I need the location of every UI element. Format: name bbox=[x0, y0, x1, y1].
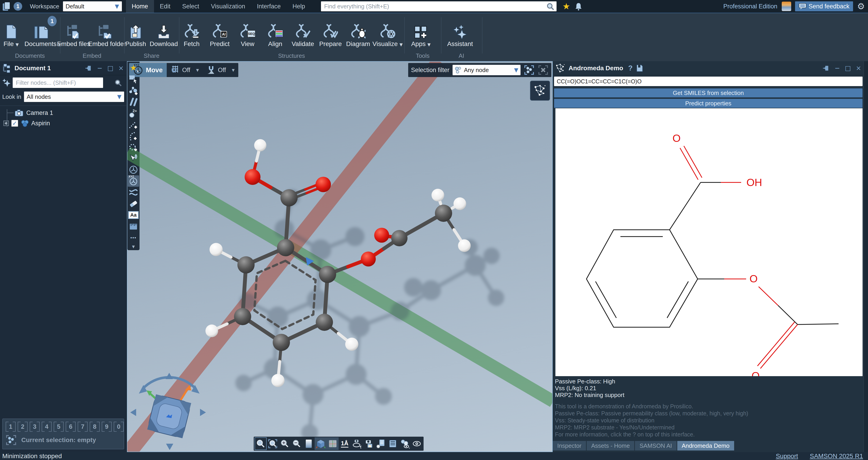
ribbon-documents-button[interactable]: Documents▼ 1 bbox=[25, 16, 58, 48]
ribbon-apps-button[interactable]: Apps▼ bbox=[404, 16, 438, 48]
selection-slot-2[interactable]: 2 bbox=[18, 422, 28, 432]
scale-bar-button[interactable]: 1Å bbox=[339, 437, 351, 450]
minimize-icon[interactable]: − bbox=[835, 65, 840, 71]
bond-tool[interactable] bbox=[128, 96, 139, 108]
zoom-region-button[interactable] bbox=[255, 437, 267, 450]
ribbon-file-button[interactable]: File▼ bbox=[0, 16, 28, 48]
filter-nodes-input[interactable] bbox=[13, 78, 103, 88]
support-link[interactable]: Support bbox=[776, 453, 798, 460]
selection-slot-0[interactable]: 0 bbox=[114, 422, 124, 432]
settings-gear-icon[interactable]: ⚙ bbox=[857, 1, 865, 11]
add-atoms-tool[interactable] bbox=[128, 85, 139, 96]
tab-assets-home[interactable]: Assets - Home bbox=[587, 441, 634, 451]
search-icon[interactable] bbox=[115, 79, 122, 87]
tree-node-label[interactable]: Aspirin bbox=[31, 120, 50, 127]
orbit-camera-button[interactable] bbox=[351, 437, 363, 450]
background-button[interactable] bbox=[303, 437, 315, 450]
selection-slot-3[interactable]: 3 bbox=[30, 422, 40, 432]
toolbar-overflow-caret[interactable]: ▼ bbox=[128, 243, 139, 250]
text-label-tool[interactable]: Aa bbox=[128, 209, 139, 221]
annotation-button[interactable] bbox=[375, 437, 387, 450]
favorites-star-icon[interactable]: ★ bbox=[562, 2, 570, 11]
get-smiles-button[interactable]: Get SMILES from selection bbox=[554, 88, 863, 97]
add-chain-tool[interactable] bbox=[128, 119, 139, 130]
close-icon[interactable]: × bbox=[119, 65, 124, 71]
select-filtered-nodes-button[interactable] bbox=[524, 65, 534, 75]
menu-edit[interactable]: Edit bbox=[154, 0, 177, 13]
select-move-tool[interactable] bbox=[128, 153, 139, 164]
eye-visibility-button[interactable] bbox=[411, 437, 423, 450]
zoom-fit-button[interactable] bbox=[267, 437, 279, 450]
save-camera-button[interactable] bbox=[363, 437, 375, 450]
xyz-move-tool[interactable]: XYZ bbox=[128, 175, 139, 187]
selection-slot-1[interactable]: 1 bbox=[6, 422, 16, 432]
user-avatar[interactable] bbox=[781, 1, 792, 11]
tree-node-label[interactable]: Camera 1 bbox=[26, 110, 53, 117]
ribbon-visualize-button[interactable]: Visualize▼ bbox=[371, 16, 405, 48]
tab-samson-ai[interactable]: SAMSON AI bbox=[635, 441, 676, 451]
workspace-dropdown[interactable]: Default ▼ bbox=[63, 1, 122, 11]
selection-slot-4[interactable]: 4 bbox=[42, 422, 52, 432]
selection-slot-5[interactable]: 5 bbox=[54, 422, 64, 432]
version-link[interactable]: SAMSON 2025 R1 bbox=[810, 453, 863, 460]
menu-select[interactable]: Select bbox=[176, 0, 205, 13]
atom-visibility-button[interactable] bbox=[399, 437, 411, 450]
help-icon[interactable]: ? bbox=[628, 64, 633, 72]
copy-documents-icon[interactable] bbox=[2, 2, 11, 11]
menu-home[interactable]: Home bbox=[126, 0, 154, 13]
menu-visualization[interactable]: Visualization bbox=[205, 0, 251, 13]
add-ring-tool[interactable] bbox=[128, 142, 139, 153]
menu-interface[interactable]: Interface bbox=[251, 0, 286, 13]
charge-tool[interactable]: 2+ bbox=[128, 108, 139, 119]
zoom-in-button[interactable] bbox=[279, 437, 290, 450]
save-icon[interactable] bbox=[636, 64, 643, 72]
tab-andromeda-demo[interactable]: Andromeda Demo bbox=[677, 441, 734, 451]
maximize-icon[interactable]: □ bbox=[107, 65, 113, 71]
tab-inspector[interactable]: Inspector bbox=[553, 441, 586, 451]
send-feedback-button[interactable]: Send feedback bbox=[795, 1, 853, 11]
twist-tool[interactable] bbox=[128, 187, 139, 198]
angle-snap-control[interactable]: Off ▼ bbox=[203, 63, 238, 77]
add-curve-tool[interactable] bbox=[128, 130, 139, 142]
maximize-icon[interactable]: □ bbox=[845, 65, 851, 71]
expand-plus-icon[interactable] bbox=[3, 120, 9, 126]
viewport-3d[interactable]: XYZ Move Off ▼ Off ▼ Selection filter An… bbox=[127, 61, 553, 452]
notification-bell-icon[interactable] bbox=[575, 2, 582, 10]
rectangle-select-tool[interactable] bbox=[128, 73, 139, 85]
grid-snap-control[interactable]: Off ▼ bbox=[167, 63, 203, 77]
presets-star-button[interactable]: ★▼ bbox=[128, 62, 139, 73]
axes-widget-toggle[interactable] bbox=[315, 437, 327, 450]
pin-icon[interactable] bbox=[85, 65, 92, 71]
visibility-checkbox[interactable]: ✓ bbox=[11, 120, 18, 127]
close-icon[interactable]: × bbox=[856, 65, 861, 71]
ribbon-embed-folder-button[interactable]: Embed folder bbox=[88, 16, 122, 48]
clear-selection-button[interactable] bbox=[538, 65, 549, 75]
predict-properties-button[interactable]: Predict properties bbox=[554, 99, 863, 108]
eraser-tool[interactable] bbox=[128, 198, 139, 209]
pin-icon[interactable] bbox=[822, 65, 830, 71]
smiles-input[interactable] bbox=[554, 76, 863, 86]
andromeda-panel-button[interactable] bbox=[530, 81, 550, 101]
rotate-tool[interactable] bbox=[128, 164, 139, 175]
filter-sparkle-icon[interactable] bbox=[2, 78, 10, 87]
atoms[interactable] bbox=[206, 139, 471, 387]
ribbon-assistant-button[interactable]: Assistant bbox=[443, 16, 477, 48]
selection-slot-6[interactable]: 6 bbox=[66, 422, 76, 432]
selection-slot-9[interactable]: 9 bbox=[102, 422, 112, 432]
search-icon[interactable] bbox=[547, 3, 554, 10]
ribbon-embed-files-button[interactable]: Embed files bbox=[57, 16, 91, 48]
selection-filter-dropdown[interactable]: Any node ▼ bbox=[453, 65, 521, 75]
document-view-button[interactable] bbox=[387, 437, 399, 450]
selection-slot-7[interactable]: 7 bbox=[78, 422, 88, 432]
global-search[interactable] bbox=[321, 1, 557, 11]
navigation-cube[interactable] bbox=[127, 372, 213, 452]
tree-row-camera[interactable]: Camera 1 bbox=[0, 108, 126, 118]
zoom-out-button[interactable] bbox=[290, 437, 303, 450]
grid-toggle[interactable] bbox=[327, 437, 339, 450]
search-input[interactable] bbox=[321, 1, 557, 11]
ruler-tool[interactable] bbox=[128, 221, 139, 232]
look-in-dropdown[interactable]: All nodes ▼ bbox=[24, 92, 124, 102]
ribbon-diagram-button[interactable]: Diagram bbox=[341, 16, 375, 48]
minimize-icon[interactable]: − bbox=[97, 65, 102, 71]
tree-row-aspirin[interactable]: ✓ Aspirin bbox=[0, 118, 126, 128]
